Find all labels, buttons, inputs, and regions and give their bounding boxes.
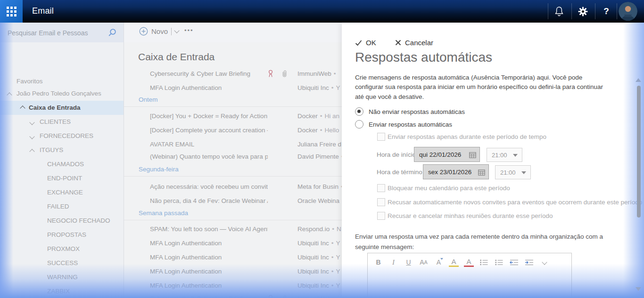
email-row[interactable]: Cybersecurity & Cyber Law Briefing Immun…	[124, 67, 342, 81]
email-row[interactable]: Ação necessária: você recebeu um convite…	[124, 180, 342, 194]
checkbox-cancel-meetings-label[interactable]: Recusar e cancelar minhas reuniões duran…	[388, 212, 553, 219]
notifications-button[interactable]	[549, 0, 570, 23]
chevron-up-icon[interactable]	[29, 149, 34, 154]
chevron-down-icon[interactable]	[29, 134, 34, 139]
chevron-down-icon	[542, 259, 547, 265]
radio-send-auto-replies-label[interactable]: Enviar respostas automáticas	[369, 121, 452, 128]
top-bar: Email ?	[0, 0, 644, 23]
end-time-select[interactable]: 21:00	[495, 165, 531, 179]
checkbox-decline-new-invites[interactable]	[377, 198, 385, 206]
checkbox-cancel-meetings[interactable]	[377, 212, 385, 220]
start-date-input[interactable]: qui 22/01/2026	[414, 147, 480, 162]
sidebar-item-fornecedores[interactable]: FORNECEDORES	[0, 130, 124, 142]
end-date-input[interactable]: sex 23/01/2026	[423, 164, 489, 179]
checkbox-block-calendar-label[interactable]: Bloquear meu calendário para este períod…	[388, 185, 510, 192]
sidebar-item-failed[interactable]: FAILED	[0, 201, 124, 213]
checkbox-time-period[interactable]	[377, 133, 385, 141]
editor-content-area[interactable]	[368, 271, 571, 298]
radio-no-auto-replies[interactable]	[355, 107, 363, 116]
radio-send-auto-replies[interactable]	[355, 120, 363, 129]
email-row[interactable]: (Webinar) Quanto tempo você leva para pe…	[124, 150, 342, 164]
close-icon	[395, 40, 401, 46]
calendar-icon[interactable]	[478, 169, 485, 177]
numbered-list-button[interactable]	[494, 258, 504, 267]
decrease-indent-button[interactable]	[509, 258, 519, 267]
sidebar-item-caixa-de-entrada[interactable]: Caixa de Entrada	[0, 101, 124, 115]
start-time-label: Hora de início	[377, 151, 416, 158]
italic-button[interactable]: I	[388, 258, 398, 267]
chevron-up-icon[interactable]	[20, 105, 25, 111]
font-button[interactable]: AA	[419, 258, 429, 267]
increase-indent-button[interactable]	[524, 258, 534, 267]
start-time-select[interactable]: 21:00	[487, 148, 522, 162]
cancel-button[interactable]: Cancelar	[395, 39, 433, 47]
settings-button[interactable]	[572, 0, 593, 23]
checkbox-decline-new-invites-label[interactable]: Recusar automaticamente novos convites p…	[388, 199, 642, 206]
sidebar-item-mailbox-root[interactable]: João Pedro Toledo Gonçalves	[0, 88, 124, 100]
chevron-down-icon[interactable]	[29, 120, 34, 125]
sidebar-item-zabbix[interactable]: ZABBIX	[0, 285, 124, 298]
folder-sidebar: Favoritos João Pedro Toledo Gonçalves Ca…	[0, 23, 124, 298]
email-row[interactable]: MFA Login Authentication Ubiquiti Inc•Y	[124, 265, 342, 279]
sidebar-item-end-point[interactable]: END-POINT	[0, 172, 124, 185]
gear-icon	[578, 6, 588, 17]
reply-message-editor[interactable]: B I U AA A A A	[367, 253, 572, 298]
radio-no-auto-replies-label[interactable]: Não enviar respostas automáticas	[369, 108, 465, 115]
underline-button[interactable]: U	[404, 258, 413, 267]
calendar-icon[interactable]	[469, 152, 476, 160]
email-row[interactable]: SPAM: You left too soon — Voice AI Agent…	[124, 222, 342, 236]
chevron-down-icon[interactable]	[174, 28, 179, 33]
chevron-up-icon[interactable]	[7, 92, 12, 97]
plus-circle-icon	[139, 27, 148, 36]
date-group-header: Ontem	[124, 94, 342, 107]
panel-description: Crie mensagens de resposta automática (A…	[355, 73, 610, 102]
help-button[interactable]: ?	[596, 0, 617, 23]
sidebar-item-clientes[interactable]: CLIENTES	[0, 116, 124, 128]
search-box	[0, 23, 124, 42]
search-icon[interactable]	[107, 28, 117, 39]
email-row[interactable]: MFA Login Authentication Ubiquiti Inc•Y	[124, 236, 342, 250]
divider	[548, 3, 548, 19]
app-launcher-button[interactable]	[0, 0, 23, 23]
sidebar-item-proxmox[interactable]: PROXMOX	[0, 243, 124, 255]
dropdown-caret-icon	[513, 154, 518, 157]
bullet-list-button[interactable]	[479, 258, 489, 267]
editor-toolbar: B I U AA A A A	[368, 253, 571, 271]
email-row[interactable]: MFA Login Authentication Ubiquiti Inc•Y	[124, 81, 342, 95]
font-color-button[interactable]: A	[464, 258, 474, 267]
scrollbar-down-arrow[interactable]	[636, 287, 641, 291]
divider	[617, 3, 617, 19]
email-row[interactable]: [Docker] Complete your account creation …	[124, 123, 342, 137]
highlight-color-button[interactable]: A	[449, 258, 459, 267]
user-avatar[interactable]	[619, 2, 637, 21]
email-row[interactable]: Cybersecurity & Cyber Law Briefing Immun…	[124, 292, 342, 298]
scrollbar-up-arrow[interactable]	[636, 78, 641, 82]
ok-button[interactable]: OK	[355, 39, 376, 47]
sidebar-item-favoritos[interactable]: Favoritos	[0, 75, 124, 88]
attachment-icon	[282, 295, 287, 298]
more-commands-button[interactable]: •••	[184, 27, 194, 34]
divider	[595, 3, 595, 19]
scrollbar-thumb[interactable]	[637, 86, 641, 217]
more-formatting-button[interactable]	[539, 258, 549, 267]
search-input[interactable]	[7, 26, 103, 40]
sidebar-item-success[interactable]: SUCCESS	[0, 257, 124, 269]
font-size-button[interactable]: A	[434, 258, 444, 267]
email-app-window: Email ?	[0, 0, 644, 298]
email-row[interactable]: Não perca, dia 4 de Fev: Oracle Webinar …	[124, 194, 342, 208]
sidebar-item-itguys[interactable]: ITGUYS	[0, 144, 124, 156]
importance-ribbon-icon	[268, 70, 273, 80]
sidebar-item-warning[interactable]: WARNING	[0, 271, 124, 283]
sidebar-item-exchange[interactable]: EXCHANGE	[0, 186, 124, 199]
new-message-button[interactable]: Novo	[139, 27, 179, 36]
checkbox-time-period-label[interactable]: Enviar respostas apenas durante este per…	[388, 133, 546, 140]
email-row[interactable]: MFA Login Authentication Ubiquiti Inc•Y	[124, 279, 342, 293]
sidebar-item-chamados[interactable]: CHAMADOS	[0, 158, 124, 170]
email-row[interactable]: [Docker] You + Docker = Ready for Action…	[124, 109, 342, 123]
sidebar-item-negocio-fechado[interactable]: NEGOCIO FECHADO	[0, 215, 124, 227]
message-list: Novo ••• Caixa de Entrada Cybersecurity …	[124, 23, 342, 298]
email-row[interactable]: MFA Login Authentication Ubiquiti Inc•Y	[124, 250, 342, 265]
checkbox-block-calendar[interactable]	[377, 184, 385, 192]
bold-button[interactable]: B	[373, 258, 383, 267]
sidebar-item-propostas[interactable]: PROPOSTAS	[0, 229, 124, 241]
